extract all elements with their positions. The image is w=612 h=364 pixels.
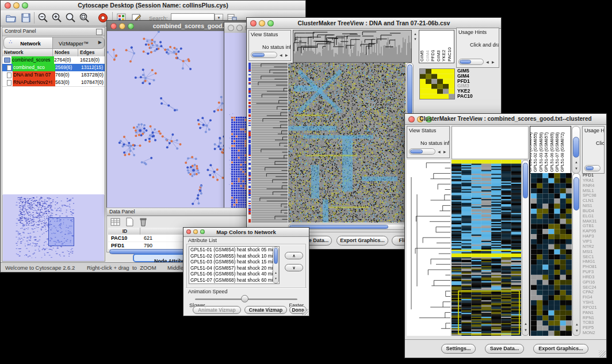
treeview2-titlebar[interactable]: ClusterMaker TreeView : combined_scores_…	[405, 114, 606, 125]
zoom-selected-icon[interactable]	[79, 12, 90, 24]
scroll-down-icon[interactable]: ▼	[575, 166, 578, 171]
scroll-right-icon[interactable]: ▶	[492, 60, 495, 64]
network-list-row[interactable]: combined_sco2569(6)13112(15)	[2, 64, 105, 71]
tv2-usage-hints-text: Click and	[596, 140, 605, 146]
tab-overflow-icon[interactable]: ▶	[98, 40, 102, 45]
tv2-column-dendrogram-area[interactable]	[452, 126, 529, 159]
birdseye-viewport-rect[interactable]	[48, 217, 74, 246]
tv2-zoom-vscrollbar[interactable]: ▲ ▼	[572, 173, 580, 336]
scroll-left-icon[interactable]: ◀	[486, 60, 489, 64]
move-down-button[interactable]: ∨	[285, 264, 303, 271]
desktop: Cytoscape Desktop (Session Name: collins…	[0, 0, 612, 364]
new-attribute-icon[interactable]	[124, 217, 135, 229]
tv2-column-label: GPL51-08 (GSM872)	[560, 132, 565, 172]
tv1-heatmap-canvas[interactable]	[288, 63, 406, 223]
animate-vizmap-button[interactable]: Animate Vizmap	[193, 306, 241, 314]
zoom-out-icon[interactable]	[37, 12, 49, 24]
float-panel-icon[interactable]	[96, 29, 102, 35]
scroll-up-icon[interactable]: ▲	[575, 322, 579, 327]
save-data-button[interactable]: Save Data...	[485, 344, 524, 354]
attribute-list-item[interactable]: GPL51-01 (GSM854) heat shock 05 min	[189, 247, 279, 253]
dialog-titlebar[interactable]: Map Colors to Network	[183, 228, 309, 237]
control-panel-tabs: ∴ Network VizMapper™ ▶	[3, 37, 105, 49]
control-panel-title: Control Panel	[5, 28, 36, 34]
tv1-status-scrollbar[interactable]	[251, 52, 277, 58]
tv1-column-labels[interactable]: GIM5GIM4PFD1GIM3YKE2PAC10	[419, 30, 454, 63]
tv1-row-dendrogram-canvas[interactable]	[251, 63, 288, 223]
scroll-left-icon[interactable]: ◀	[438, 150, 441, 154]
tv2-usage-scrollbar[interactable]	[584, 165, 600, 171]
export-graphics-button[interactable]: Export Graphics...	[533, 344, 588, 354]
tab-network[interactable]: ∴ Network	[4, 37, 53, 48]
attribute-list-item[interactable]: GPL51-06 (GSM865) heat shock 40 min	[189, 271, 279, 277]
col-header-edges[interactable]: Edges	[78, 49, 105, 56]
animation-speed-slider-thumb[interactable]	[241, 295, 248, 302]
delete-attribute-icon[interactable]	[138, 217, 148, 229]
resize-grip[interactable]	[599, 350, 606, 357]
tv2-heatmap-vscrollbar[interactable]: ▲ ▼	[522, 160, 529, 336]
tv1-usage-scrollbar[interactable]	[458, 59, 484, 65]
attribute-list-item[interactable]: GPL51-07 (GSM868) heat shock 60 min	[189, 277, 279, 283]
create-vizmap-button[interactable]: Create Vizmap	[244, 306, 287, 314]
tv2-zoom-heatmap-canvas[interactable]	[531, 173, 572, 336]
tv1-column-dendrogram-canvas[interactable]	[293, 30, 412, 63]
zoom-in-icon[interactable]	[51, 12, 63, 24]
chevron-up-icon: ∧	[292, 254, 295, 258]
network-nodes-cell: 2764(0)	[54, 56, 80, 64]
attribute-list[interactable]: GPL51-01 (GSM854) heat shock 05 minGPL51…	[189, 246, 280, 284]
network-list-row[interactable]: DNA and Tran 07769(0)183728(0)	[2, 71, 105, 79]
tab-vizmapper[interactable]: VizMapper™	[53, 37, 94, 48]
tab-vizmapper-label: VizMapper™	[59, 41, 89, 47]
treeview2-title: ClusterMaker TreeView : combined_scores_…	[405, 116, 606, 122]
resize-grip[interactable]	[301, 308, 308, 315]
tv2-heatmap-canvas[interactable]	[452, 160, 521, 336]
scroll-down-icon[interactable]: ▼	[414, 37, 417, 41]
attribute-select-icon[interactable]	[110, 217, 121, 229]
network-list-row[interactable]: combined_scores2764(0)16218(0)	[2, 56, 105, 64]
tv2-column-label-scrollbar[interactable]: ▲ ▼	[572, 126, 580, 174]
tv1-zoom-matrix-canvas[interactable]	[419, 68, 455, 99]
move-up-button[interactable]: ∧	[285, 252, 303, 259]
scroll-right-icon[interactable]: ▶	[285, 53, 288, 58]
open-file-icon[interactable]	[5, 12, 17, 24]
scroll-left-icon[interactable]: ◀	[280, 53, 282, 58]
save-icon[interactable]	[20, 12, 32, 24]
tv2-row-dendrogram-canvas[interactable]	[407, 160, 450, 336]
main-titlebar[interactable]: Cytoscape Desktop (Session Name: collins…	[1, 1, 305, 11]
export-graphics-button[interactable]: Export Graphics...	[336, 236, 388, 246]
scroll-down-icon[interactable]: ▼	[274, 276, 277, 281]
tv1-usage-hints-panel: Usage Hints Click and drag tc ◀ ▶	[456, 28, 499, 68]
col-header-nodes[interactable]: Nodes	[53, 49, 78, 56]
tv2-column-label: GPL51-04 (GSM857)	[544, 132, 549, 172]
scroll-up-icon[interactable]: ▲	[575, 160, 578, 164]
scroll-up-icon[interactable]: ▲	[414, 32, 417, 36]
row-id-cell: PAC10	[108, 235, 140, 242]
scroll-up-icon[interactable]: ▲	[524, 321, 527, 326]
attribute-list-item[interactable]: GPL51-02 (GSM855) heat shock 10 min	[189, 253, 279, 259]
tv2-gene-labels[interactable]: PFD1YRA1RNR4MSL1SPC98CLN1NIS1BUD4ELG1MAK…	[583, 173, 606, 336]
tv1-row-labels[interactable]: GIM5GIM4PFD1GIM3YKE2PAC10	[457, 68, 498, 99]
tv2-status-scrollbar[interactable]	[409, 148, 435, 155]
network-nodes-cell: 769(0)	[55, 71, 81, 79]
network-edges-cell: 183728(0)	[81, 71, 107, 79]
settings-button[interactable]: Settings...	[441, 344, 476, 354]
tv2-view-status-text: No status info f	[420, 140, 450, 146]
tv2-column-labels[interactable]: GPL51-01 (GSM854)GPL51-02 (GSM855)GPL51-…	[530, 126, 571, 174]
attribute-list-item[interactable]: GPL51-04 (GSM857) heat shock 20 min	[189, 265, 279, 271]
scroll-down-icon[interactable]: ▼	[575, 328, 579, 333]
network-list-row[interactable]: RNAPuberNov2+!563(0)107847(0)	[2, 79, 105, 86]
attribute-list-scrollbar[interactable]: ▲ ▼	[273, 247, 279, 283]
attribute-list-item[interactable]: GPL51-03 (GSM856) heat shock 15 min	[189, 259, 279, 265]
scroll-up-icon[interactable]: ▲	[274, 270, 277, 275]
birdseye-view[interactable]	[3, 194, 104, 261]
scroll-right-icon[interactable]: ▶	[443, 150, 446, 154]
minimize-button[interactable]	[236, 25, 243, 31]
tv1-column-label: PFD1	[430, 50, 435, 62]
divider	[186, 288, 307, 288]
zoom-fit-icon[interactable]	[65, 12, 76, 24]
scroll-down-icon[interactable]: ▼	[524, 328, 527, 332]
data-col-id[interactable]: ID	[108, 228, 140, 235]
col-header-network[interactable]: Network	[2, 49, 53, 56]
close-button[interactable]	[228, 25, 234, 31]
network-tab-icon: ∴	[9, 39, 12, 45]
